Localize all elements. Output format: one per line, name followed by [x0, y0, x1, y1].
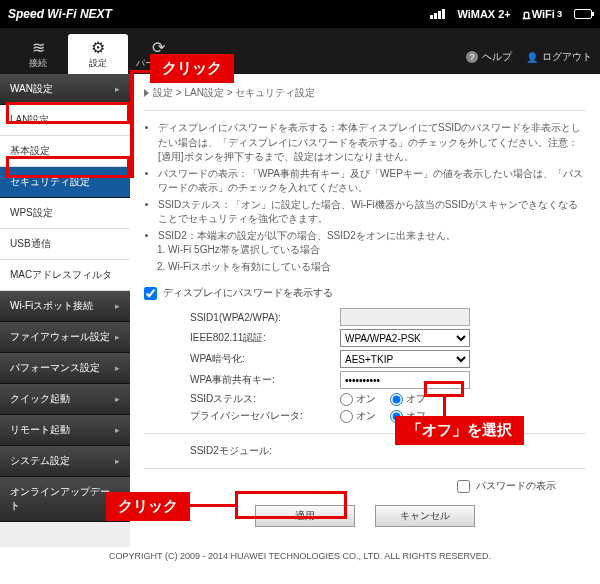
breadcrumb: 設定 > LAN設定 > セキュリティ設定 [144, 86, 586, 100]
description-list: ディスプレイにパスワードを表示する：本体ディスプレイにてSSIDのパスワードを非… [144, 121, 586, 274]
signal-icon [430, 9, 445, 19]
ssid1-label: SSID1(WPA2/WPA): [190, 312, 340, 323]
help-icon: ? [466, 51, 478, 63]
sidebar-wan[interactable]: WAN設定▸ [0, 74, 130, 105]
sidebar-lan[interactable]: LAN設定 [0, 105, 130, 136]
sidebar: WAN設定▸ LAN設定 基本設定 セキュリティ設定 WPS設定 USB通信 M… [0, 74, 130, 547]
wimax-label: WiMAX 2+ [457, 8, 510, 20]
status-area: WiMAX 2+ ⩍WiFi3 [430, 6, 592, 22]
refresh-icon: ⟳ [128, 38, 188, 57]
auth-select[interactable]: WPA/WPA2-PSK [340, 329, 470, 347]
sidebar-basic[interactable]: 基本設定 [0, 136, 130, 167]
stealth-off-radio[interactable] [390, 393, 403, 406]
sidebar-update[interactable]: オンラインアップデート▸ [0, 477, 130, 522]
user-icon: 👤 [526, 52, 538, 63]
tab-settings[interactable]: ⚙設定 [68, 34, 128, 74]
privacy-off-radio[interactable] [390, 410, 403, 423]
help-link[interactable]: ?ヘルプ [466, 50, 512, 64]
logout-link[interactable]: 👤ログアウト [526, 50, 592, 64]
stealth-on-radio[interactable] [340, 393, 353, 406]
gear-icon: ⚙ [68, 38, 128, 57]
battery-icon [574, 9, 592, 19]
sidebar-security[interactable]: セキュリティ設定 [0, 167, 130, 198]
brand: Speed Wi-Fi NEXT [8, 7, 112, 21]
sidebar-remotestart[interactable]: リモート起動▸ [0, 415, 130, 446]
sidebar-firewall[interactable]: ファイアウォール設定▸ [0, 322, 130, 353]
sidebar-usb[interactable]: USB通信 [0, 229, 130, 260]
display-password-label: ディスプレイにパスワードを表示する [163, 286, 333, 300]
triangle-icon [144, 89, 149, 97]
apply-button[interactable]: 適用 [255, 505, 355, 527]
show-password-checkbox[interactable] [457, 480, 470, 493]
enc-select[interactable]: AES+TKIP [340, 350, 470, 368]
wifi-icon: ≋ [8, 38, 68, 57]
ssid2-label: SSID2モジュール: [190, 444, 340, 458]
privacy-label: プライバシーセパレータ: [190, 409, 340, 423]
sidebar-quickstart[interactable]: クイック起動▸ [0, 384, 130, 415]
enc-label: WPA暗号化: [190, 352, 340, 366]
wifi-label: ⩍WiFi3 [523, 6, 562, 22]
tab-connection[interactable]: ≋接続 [8, 34, 68, 74]
psk-input[interactable] [340, 371, 470, 389]
sidebar-wifispot[interactable]: Wi-Fiスポット接続▸ [0, 291, 130, 322]
tab-version[interactable]: ⟳バージョン [128, 34, 188, 74]
cancel-button[interactable]: キャンセル [375, 505, 475, 527]
sidebar-wps[interactable]: WPS設定 [0, 198, 130, 229]
sidebar-system[interactable]: システム設定▸ [0, 446, 130, 477]
show-password-label: パスワードの表示 [476, 479, 556, 493]
ssid1-input[interactable] [340, 308, 470, 326]
navbar: ≋接続 ⚙設定 ⟳バージョン ?ヘルプ 👤ログアウト [0, 28, 600, 74]
copyright: COPYRIGHT (C) 2009 - 2014 HUAWEI TECHNOL… [0, 547, 600, 569]
sidebar-performance[interactable]: パフォーマンス設定▸ [0, 353, 130, 384]
display-password-checkbox[interactable] [144, 287, 157, 300]
stealth-label: SSIDステルス: [190, 392, 340, 406]
auth-label: IEEE802.11認証: [190, 331, 340, 345]
topbar: Speed Wi-Fi NEXT WiMAX 2+ ⩍WiFi3 [0, 0, 600, 28]
privacy-on-radio[interactable] [340, 410, 353, 423]
chevron-right-icon: ▸ [115, 84, 120, 94]
psk-label: WPA事前共有キー: [190, 373, 340, 387]
content: 設定 > LAN設定 > セキュリティ設定 ディスプレイにパスワードを表示する：… [130, 74, 600, 547]
sidebar-macfilter[interactable]: MACアドレスフィルタ [0, 260, 130, 291]
